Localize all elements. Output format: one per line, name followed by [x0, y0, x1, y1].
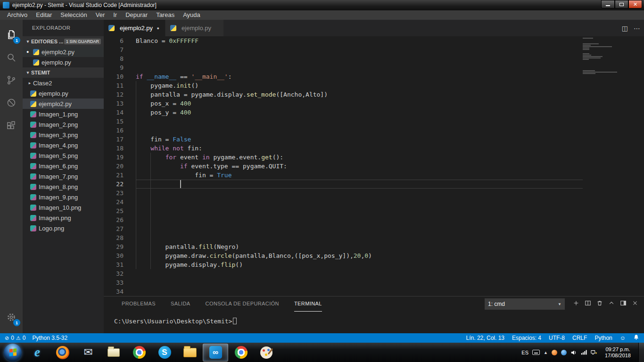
code-line[interactable] — [136, 224, 644, 233]
activitybar-extensions[interactable] — [0, 114, 23, 137]
settings-button[interactable]: 1 — [0, 306, 23, 329]
split-editor-icon[interactable]: ◫ — [622, 25, 628, 32]
line-number[interactable]: 10 — [104, 72, 124, 81]
notifications-icon[interactable] — [633, 334, 639, 342]
file-explorer-icon[interactable] — [177, 344, 203, 362]
code-line[interactable] — [136, 126, 644, 135]
line-number[interactable]: 24 — [104, 197, 124, 206]
language-mode[interactable]: Python — [594, 335, 612, 341]
code-line[interactable] — [136, 269, 644, 278]
code-line[interactable] — [136, 287, 644, 296]
file-imagen-10-png[interactable]: Imagen_10.png — [23, 202, 104, 213]
panel-layout-icon[interactable] — [620, 300, 627, 308]
split-terminal-icon[interactable] — [585, 300, 591, 308]
activitybar-explorer[interactable]: 1 — [0, 24, 23, 46]
code-line[interactable]: for event in pygame.event.get(): — [136, 153, 644, 162]
feedback-icon[interactable]: ☺ — [620, 335, 626, 341]
code-line[interactable] — [136, 278, 644, 287]
maximize-button[interactable] — [615, 0, 628, 8]
menu-seleccion[interactable]: Selección — [56, 10, 91, 20]
chrome-2-icon[interactable] — [228, 344, 254, 362]
code-line[interactable] — [136, 197, 644, 206]
line-number[interactable]: 28 — [104, 233, 124, 242]
panel-tab-consola-de-depuracion[interactable]: CONSOLA DE DEPURACIÓN — [206, 296, 279, 312]
file-imagen-9-png[interactable]: Imagen_9.png — [23, 192, 104, 202]
clock[interactable]: 09:27 p.m. 17/08/2018 — [601, 346, 635, 359]
file-imagen-6-png[interactable]: Imagen_6.png — [23, 161, 104, 171]
eol[interactable]: CRLF — [572, 335, 587, 341]
network-icon[interactable] — [591, 349, 597, 356]
line-number[interactable]: 30 — [104, 251, 124, 260]
line-number[interactable]: 31 — [104, 260, 124, 269]
code-line[interactable]: pygame.draw.circle(pantalla,Blanco,([pos… — [136, 251, 644, 260]
more-actions-icon[interactable]: ⋯ — [634, 25, 640, 32]
code-line[interactable]: fin = True — [136, 171, 644, 180]
start-button[interactable] — [4, 344, 22, 362]
line-number[interactable]: 32 — [104, 269, 124, 278]
tab-ejemplo2-py[interactable]: ejemplo2.py● — [104, 20, 165, 36]
line-number[interactable]: 19 — [104, 153, 124, 162]
keyboard-icon[interactable] — [532, 350, 540, 355]
code-line[interactable]: pos_y = 400 — [136, 108, 644, 117]
menu-tareas[interactable]: Tareas — [152, 10, 179, 20]
file-imagen-8-png[interactable]: Imagen_8.png — [23, 181, 104, 192]
libraries-icon[interactable] — [101, 344, 126, 362]
new-terminal-icon[interactable] — [573, 300, 579, 308]
code-line[interactable] — [136, 54, 644, 63]
code-line[interactable] — [136, 63, 644, 72]
tab-ejemplo-py[interactable]: ejemplo.py — [165, 20, 224, 36]
line-number[interactable]: 25 — [104, 206, 124, 215]
code-line[interactable]: pygame.init() — [136, 81, 644, 90]
close-button[interactable]: ✕ — [628, 0, 642, 8]
file-imagen-1-png[interactable]: Imagen_1.png — [23, 109, 104, 119]
terminal[interactable]: C:\Users\Usuario\Desktop\Stemit> — [104, 312, 644, 325]
line-number[interactable]: 17 — [104, 135, 124, 144]
code-line[interactable]: fin = False — [136, 135, 644, 144]
folder-section-header[interactable]: ▾ STEMIT — [23, 67, 104, 78]
tray-app-icon-1[interactable] — [552, 350, 557, 355]
activitybar-source-control[interactable] — [0, 69, 23, 91]
firefox-icon[interactable] — [50, 344, 75, 362]
network-signal-icon[interactable] — [581, 349, 587, 355]
panel-tab-problemas[interactable]: PROBLEMAS — [122, 296, 156, 312]
line-number[interactable]: 6 — [104, 36, 124, 45]
menu-ir[interactable]: Ir — [109, 10, 121, 20]
visual-studio-code-icon[interactable] — [203, 344, 228, 362]
line-number[interactable]: 22 — [104, 180, 124, 189]
code-area[interactable]: Blanco = 0xFFFFFFif __name__ == '__main_… — [124, 36, 644, 296]
line-number[interactable]: 27 — [104, 224, 124, 233]
line-number[interactable]: 14 — [104, 108, 124, 117]
code-line[interactable] — [136, 117, 644, 126]
mail-icon[interactable] — [75, 344, 101, 362]
code-line[interactable] — [136, 189, 644, 197]
line-number[interactable]: 34 — [104, 287, 124, 296]
paint-icon[interactable] — [254, 344, 279, 362]
file-ejemplo2-py[interactable]: ejemplo2.py — [23, 99, 104, 109]
line-number[interactable]: 13 — [104, 99, 124, 108]
encoding[interactable]: UTF-8 — [549, 335, 565, 341]
code-line[interactable]: if event.type == pygame.QUIT: — [136, 162, 644, 171]
line-number[interactable]: 8 — [104, 54, 124, 63]
menu-editar[interactable]: Editar — [32, 10, 56, 20]
line-number[interactable]: 12 — [104, 90, 124, 99]
menu-depurar[interactable]: Depurar — [121, 10, 152, 20]
line-number[interactable]: 18 — [104, 144, 124, 153]
chrome-icon[interactable] — [126, 344, 152, 362]
line-number[interactable]: 7 — [104, 45, 124, 54]
code-line[interactable] — [136, 215, 644, 224]
show-hidden-icons[interactable]: ▲ — [544, 350, 548, 355]
cursor-position[interactable]: Lín. 22, Col. 13 — [466, 335, 504, 341]
tray-app-icon-2[interactable] — [561, 350, 567, 355]
file-imagen-7-png[interactable]: Imagen_7.png — [23, 171, 104, 181]
line-number[interactable]: 16 — [104, 126, 124, 135]
file-imagen-2-png[interactable]: Imagen_2.png — [23, 119, 104, 130]
code-line[interactable] — [136, 180, 644, 189]
line-number[interactable]: 26 — [104, 215, 124, 224]
minimap[interactable] — [583, 38, 630, 79]
skype-icon[interactable] — [152, 344, 177, 362]
file-imagen-5-png[interactable]: Imagen_5.png — [23, 150, 104, 161]
code-line[interactable]: pygame.display.flip() — [136, 260, 644, 269]
code-line[interactable]: pantalla.fill(Negro) — [136, 242, 644, 251]
file-ejemplo-py[interactable]: ejemplo.py — [23, 88, 104, 99]
open-editors-header[interactable]: ▾ EDITORES ... 1 SIN GUARDAR — [23, 36, 104, 47]
